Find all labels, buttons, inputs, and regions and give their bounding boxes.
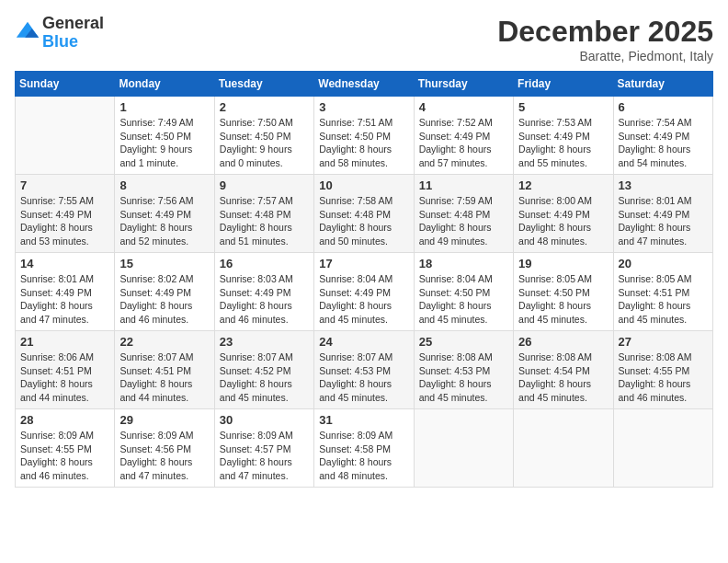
week-row-5: 28Sunrise: 8:09 AMSunset: 4:55 PMDayligh…	[16, 409, 713, 488]
calendar-cell: 27Sunrise: 8:08 AMSunset: 4:55 PMDayligh…	[613, 331, 712, 409]
day-info: Sunrise: 8:07 AMSunset: 4:52 PMDaylight:…	[220, 350, 309, 405]
calendar-cell: 16Sunrise: 8:03 AMSunset: 4:49 PMDayligh…	[214, 253, 313, 331]
calendar-cell	[16, 97, 115, 175]
day-number: 7	[20, 178, 109, 192]
day-info: Sunrise: 8:00 AMSunset: 4:49 PMDaylight:…	[518, 194, 608, 248]
day-number: 8	[119, 178, 209, 192]
calendar-cell: 12Sunrise: 8:00 AMSunset: 4:49 PMDayligh…	[514, 175, 613, 253]
day-info: Sunrise: 7:56 AMSunset: 4:49 PMDaylight:…	[119, 194, 209, 248]
day-info: Sunrise: 7:52 AMSunset: 4:49 PMDaylight:…	[419, 116, 508, 170]
day-info: Sunrise: 7:53 AMSunset: 4:49 PMDaylight:…	[518, 116, 608, 170]
day-info: Sunrise: 8:01 AMSunset: 4:49 PMDaylight:…	[619, 194, 708, 248]
day-number: 18	[419, 257, 508, 270]
day-info: Sunrise: 7:58 AMSunset: 4:48 PMDaylight:…	[319, 194, 408, 248]
day-info: Sunrise: 8:08 AMSunset: 4:55 PMDaylight:…	[619, 350, 708, 405]
calendar-cell: 28Sunrise: 8:09 AMSunset: 4:55 PMDayligh…	[16, 409, 115, 488]
day-number: 3	[319, 100, 408, 114]
calendar-cell: 14Sunrise: 8:01 AMSunset: 4:49 PMDayligh…	[16, 253, 115, 331]
calendar-cell: 17Sunrise: 8:04 AMSunset: 4:49 PMDayligh…	[314, 253, 414, 331]
location-subtitle: Baratte, Piedmont, Italy	[497, 49, 713, 63]
page-header: General Blue December 2025 Baratte, Pied…	[15, 15, 713, 63]
logo-general-text: General	[42, 15, 104, 33]
calendar-cell: 7Sunrise: 7:55 AMSunset: 4:49 PMDaylight…	[16, 175, 115, 253]
calendar-cell	[514, 409, 613, 488]
header-monday: Monday	[115, 72, 214, 97]
header-wednesday: Wednesday	[314, 72, 414, 97]
logo-text: General Blue	[42, 15, 104, 52]
calendar-header-row: SundayMondayTuesdayWednesdayThursdayFrid…	[16, 72, 713, 97]
day-number: 26	[518, 335, 608, 349]
logo: General Blue	[15, 15, 104, 52]
day-number: 25	[419, 335, 508, 349]
calendar-cell: 19Sunrise: 8:05 AMSunset: 4:50 PMDayligh…	[514, 253, 613, 331]
header-tuesday: Tuesday	[214, 72, 313, 97]
calendar-cell: 3Sunrise: 7:51 AMSunset: 4:50 PMDaylight…	[314, 97, 414, 175]
day-info: Sunrise: 7:51 AMSunset: 4:50 PMDaylight:…	[319, 116, 408, 170]
day-number: 24	[319, 335, 408, 349]
calendar-cell: 25Sunrise: 8:08 AMSunset: 4:53 PMDayligh…	[414, 331, 513, 409]
day-info: Sunrise: 8:05 AMSunset: 4:51 PMDaylight:…	[619, 272, 708, 327]
calendar-cell: 6Sunrise: 7:54 AMSunset: 4:49 PMDaylight…	[613, 97, 712, 175]
day-info: Sunrise: 8:01 AMSunset: 4:49 PMDaylight:…	[20, 272, 109, 327]
month-year-title: December 2025	[497, 15, 713, 49]
day-number: 5	[518, 100, 608, 114]
day-info: Sunrise: 8:09 AMSunset: 4:56 PMDaylight:…	[119, 429, 209, 483]
week-row-2: 7Sunrise: 7:55 AMSunset: 4:49 PMDaylight…	[16, 175, 713, 253]
calendar-cell: 11Sunrise: 7:59 AMSunset: 4:48 PMDayligh…	[414, 175, 513, 253]
calendar-cell: 13Sunrise: 8:01 AMSunset: 4:49 PMDayligh…	[613, 175, 712, 253]
day-info: Sunrise: 8:07 AMSunset: 4:51 PMDaylight:…	[119, 350, 209, 405]
day-info: Sunrise: 8:03 AMSunset: 4:49 PMDaylight:…	[220, 272, 309, 327]
day-info: Sunrise: 8:08 AMSunset: 4:53 PMDaylight:…	[419, 350, 508, 405]
logo-blue-text: Blue	[42, 33, 104, 52]
day-number: 31	[319, 413, 408, 427]
calendar-cell: 21Sunrise: 8:06 AMSunset: 4:51 PMDayligh…	[16, 331, 115, 409]
day-info: Sunrise: 8:04 AMSunset: 4:49 PMDaylight:…	[319, 272, 408, 327]
day-info: Sunrise: 8:02 AMSunset: 4:49 PMDaylight:…	[119, 272, 209, 327]
week-row-1: 1Sunrise: 7:49 AMSunset: 4:50 PMDaylight…	[16, 97, 713, 175]
day-number: 13	[619, 178, 708, 192]
day-number: 11	[419, 178, 508, 192]
calendar-cell: 9Sunrise: 7:57 AMSunset: 4:48 PMDaylight…	[214, 175, 313, 253]
day-number: 6	[619, 100, 708, 114]
calendar-cell: 4Sunrise: 7:52 AMSunset: 4:49 PMDaylight…	[414, 97, 513, 175]
day-number: 12	[518, 178, 608, 192]
day-info: Sunrise: 8:08 AMSunset: 4:54 PMDaylight:…	[518, 350, 608, 405]
calendar-cell: 20Sunrise: 8:05 AMSunset: 4:51 PMDayligh…	[613, 253, 712, 331]
calendar-cell: 29Sunrise: 8:09 AMSunset: 4:56 PMDayligh…	[115, 409, 214, 488]
header-thursday: Thursday	[414, 72, 513, 97]
calendar-cell: 31Sunrise: 8:09 AMSunset: 4:58 PMDayligh…	[314, 409, 414, 488]
header-saturday: Saturday	[613, 72, 712, 97]
day-info: Sunrise: 7:55 AMSunset: 4:49 PMDaylight:…	[20, 194, 109, 248]
header-sunday: Sunday	[16, 72, 115, 97]
day-number: 21	[20, 335, 109, 349]
day-info: Sunrise: 8:09 AMSunset: 4:58 PMDaylight:…	[319, 429, 408, 483]
day-number: 16	[220, 257, 309, 270]
day-number: 2	[220, 100, 309, 114]
day-number: 19	[518, 257, 608, 270]
title-block: December 2025 Baratte, Piedmont, Italy	[497, 15, 713, 63]
calendar-cell: 23Sunrise: 8:07 AMSunset: 4:52 PMDayligh…	[214, 331, 313, 409]
day-info: Sunrise: 8:05 AMSunset: 4:50 PMDaylight:…	[518, 272, 608, 327]
calendar-cell: 22Sunrise: 8:07 AMSunset: 4:51 PMDayligh…	[115, 331, 214, 409]
calendar-cell: 10Sunrise: 7:58 AMSunset: 4:48 PMDayligh…	[314, 175, 414, 253]
day-number: 15	[119, 257, 209, 270]
day-number: 22	[119, 335, 209, 349]
day-number: 29	[119, 413, 209, 427]
day-info: Sunrise: 8:07 AMSunset: 4:53 PMDaylight:…	[319, 350, 408, 405]
day-number: 9	[220, 178, 309, 192]
calendar-cell: 26Sunrise: 8:08 AMSunset: 4:54 PMDayligh…	[514, 331, 613, 409]
calendar-cell: 2Sunrise: 7:50 AMSunset: 4:50 PMDaylight…	[214, 97, 313, 175]
day-number: 28	[20, 413, 109, 427]
day-info: Sunrise: 8:04 AMSunset: 4:50 PMDaylight:…	[419, 272, 508, 327]
calendar-cell: 1Sunrise: 7:49 AMSunset: 4:50 PMDaylight…	[115, 97, 214, 175]
day-number: 10	[319, 178, 408, 192]
day-number: 4	[419, 100, 508, 114]
day-number: 17	[319, 257, 408, 270]
header-friday: Friday	[514, 72, 613, 97]
calendar-table: SundayMondayTuesdayWednesdayThursdayFrid…	[15, 71, 713, 488]
day-number: 30	[220, 413, 309, 427]
day-number: 20	[619, 257, 708, 270]
week-row-4: 21Sunrise: 8:06 AMSunset: 4:51 PMDayligh…	[16, 331, 713, 409]
day-info: Sunrise: 7:59 AMSunset: 4:48 PMDaylight:…	[419, 194, 508, 248]
day-info: Sunrise: 7:54 AMSunset: 4:49 PMDaylight:…	[619, 116, 708, 170]
